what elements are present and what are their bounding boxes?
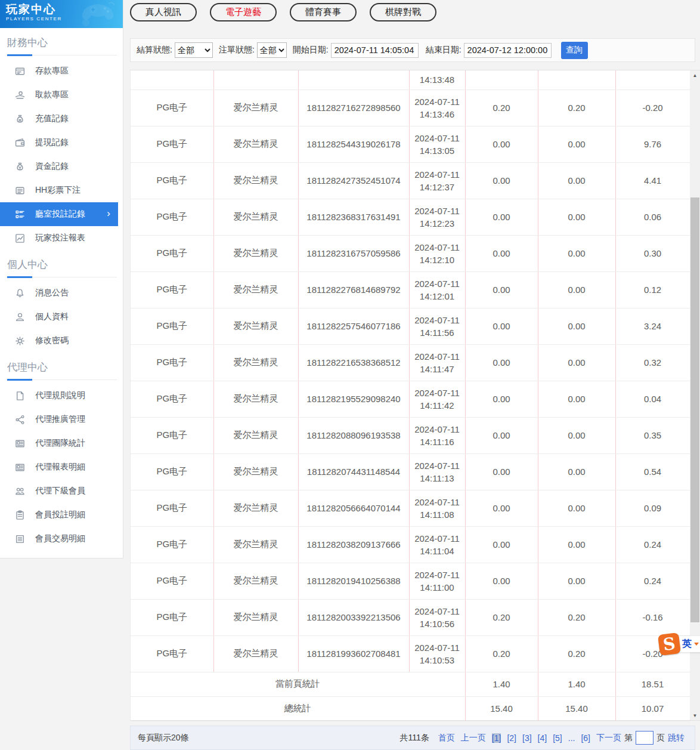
game-category-tabs: 真人視訊電子遊藝體育賽事棋牌對戰 xyxy=(130,3,450,21)
first-page-link[interactable]: 首页 xyxy=(438,733,455,743)
page-link-3[interactable]: [3] xyxy=(522,733,532,743)
current-page-stats-label: 當前頁統計 xyxy=(131,672,465,696)
query-button[interactable]: 查詢 xyxy=(561,42,588,59)
current-page-valid-total: 1.40 xyxy=(538,672,615,696)
tab-live[interactable]: 真人視訊 xyxy=(130,3,197,21)
cell-valid-amount: 0.00 xyxy=(538,126,615,162)
cell-bet-time: 2024-07-1114:11:08 xyxy=(409,490,465,526)
bet-records-table: 14:13:48PG电子爱尔兰精灵18112827162728985602024… xyxy=(130,70,700,721)
cell-valid-amount: 0.20 xyxy=(538,89,615,126)
cell-platform: PG电子 xyxy=(131,162,213,199)
table-row: PG电子爱尔兰精灵18112822768146897922024-07-1114… xyxy=(131,271,690,308)
sidebar-item-hh-lottery[interactable]: HH彩票下注 xyxy=(0,178,123,202)
page-link-2[interactable]: [2] xyxy=(507,733,516,743)
translate-language-label[interactable]: 英 xyxy=(678,636,700,652)
end-date-input[interactable] xyxy=(464,43,552,58)
members-icon xyxy=(15,486,25,496)
scroll-up-arrow-icon[interactable]: ▲ xyxy=(690,70,700,80)
sidebar-item-messages[interactable]: 消息公告 xyxy=(0,281,123,305)
cell-bet-amount: 0.00 xyxy=(465,563,538,599)
sidebar-section-title: 財務中心 xyxy=(6,28,117,55)
grand-total-label: 總統計 xyxy=(131,696,465,721)
cell-game: 爱尔兰精灵 xyxy=(213,417,298,453)
cell-profit: 0.32 xyxy=(615,344,690,381)
page-link-7[interactable]: [6] xyxy=(581,733,590,743)
sidebar-section-title: 個人中心 xyxy=(6,250,117,277)
cell-valid-amount: 0.00 xyxy=(538,235,615,271)
cell-valid-amount: 0.00 xyxy=(538,563,615,599)
sogou-translate-icon[interactable]: S xyxy=(658,632,681,656)
sidebar-item-password[interactable]: 修改密碼 xyxy=(0,329,123,353)
page-ellipsis[interactable]: ... xyxy=(568,733,575,743)
cell-game: 爱尔兰精灵 xyxy=(213,89,298,126)
page-number-links: [1][2][3][4][5]...[6] xyxy=(489,733,593,743)
cell-game: 爱尔兰精灵 xyxy=(213,526,298,563)
page-link-4[interactable]: [4] xyxy=(538,733,547,743)
sidebar-item-label: 存款專區 xyxy=(35,66,69,76)
cell-profit: 4.41 xyxy=(615,162,690,199)
cell-platform: PG电子 xyxy=(131,526,213,563)
cell-valid-amount: 0.00 xyxy=(538,381,615,417)
sidebar-item-cashout-record[interactable]: 提現記錄 xyxy=(0,131,123,155)
sidebar-item-label: 代理下級會員 xyxy=(35,486,85,496)
table-row: PG电子爱尔兰精灵18112820033922135062024-07-1114… xyxy=(131,599,690,635)
current-page-bet-total: 1.40 xyxy=(465,672,538,696)
page-size-text: 每頁顯示20條 xyxy=(138,733,189,743)
sidebar-item-agent-promo[interactable]: 代理推廣管理 xyxy=(0,408,123,431)
scrollbar-thumb[interactable] xyxy=(690,197,699,622)
page-link-1[interactable]: [1] xyxy=(492,733,501,743)
table-row: PG电子爱尔兰精灵18112820194102563882024-07-1114… xyxy=(131,563,690,599)
cell-bet-time: 2024-07-1114:12:37 xyxy=(409,162,465,199)
next-page-link[interactable]: 下一页 xyxy=(596,733,621,743)
settle-status-select[interactable]: 全部 xyxy=(175,42,213,58)
player-bet-report-icon xyxy=(15,233,25,243)
sidebar-item-agent-team-stats[interactable]: 代理團隊統計 xyxy=(0,431,123,455)
cell-bet-amount: 0.00 xyxy=(465,162,538,199)
sidebar-item-profile[interactable]: 個人資料 xyxy=(0,305,123,329)
cell-order-id: 1811282038209137666 xyxy=(298,526,409,563)
sidebar-item-agent-rules[interactable]: 代理規則說明 xyxy=(0,384,123,408)
cell-bet-amount: 0.00 xyxy=(465,308,538,344)
translate-widget[interactable]: S 英 xyxy=(659,634,700,655)
sidebar-item-agent-members[interactable]: 代理下級會員 xyxy=(0,479,123,503)
cell-order-id: 1811281993602708481 xyxy=(298,635,409,672)
cell-valid-amount: 0.00 xyxy=(538,417,615,453)
sidebar-item-member-trans-detail[interactable]: 會員交易明細 xyxy=(0,527,123,551)
sidebar-item-withdraw[interactable]: 取款專區 xyxy=(0,83,123,107)
cell-order-id: 1811282716272898560 xyxy=(298,89,409,126)
cell-order-id: 1811282003392213506 xyxy=(298,599,409,635)
sidebar-item-label: 會員交易明細 xyxy=(35,533,85,544)
sidebar-item-room-bet-record[interactable]: 廳室投註記錄 xyxy=(0,202,118,226)
tab-sports[interactable]: 體育賽事 xyxy=(290,3,357,21)
scroll-down-arrow-icon[interactable]: ▼ xyxy=(690,711,700,720)
cell-profit: 3.24 xyxy=(615,308,690,344)
lottery-bet-icon xyxy=(15,186,25,196)
sidebar-item-member-bet-detail[interactable]: 會員投註明細 xyxy=(0,503,123,527)
cell-platform: PG电子 xyxy=(131,126,213,162)
sidebar-item-player-bet-report[interactable]: 玩家投注報表 xyxy=(0,226,123,250)
cell-game: 爱尔兰精灵 xyxy=(213,162,298,199)
sidebar-item-funds-record[interactable]: 資金記錄 xyxy=(0,155,123,178)
tab-board[interactable]: 棋牌對戰 xyxy=(370,3,436,21)
sidebar-item-deposit[interactable]: 存款專區 xyxy=(0,59,123,83)
report-detail-icon xyxy=(15,462,25,473)
jump-button[interactable]: 跳转 xyxy=(668,733,684,743)
cell-bet-amount: 0.00 xyxy=(465,526,538,563)
cell-bet-amount: 0.00 xyxy=(465,381,538,417)
bet-status-select[interactable]: 全部 xyxy=(257,42,287,58)
table-row: PG电子爱尔兰精灵18112823167570595862024-07-1114… xyxy=(131,235,690,271)
jump-page-input[interactable] xyxy=(636,731,653,745)
sidebar-item-label: 玩家投注報表 xyxy=(35,233,85,243)
cell-bet-amount: 0.20 xyxy=(465,89,538,126)
tab-electronic[interactable]: 電子遊藝 xyxy=(210,3,277,21)
prev-page-link[interactable]: 上一页 xyxy=(461,733,486,743)
cell-order-id: 1811282427352451074 xyxy=(298,162,409,199)
sidebar-item-recharge-record[interactable]: 充值記錄 xyxy=(0,107,123,131)
page-link-5[interactable]: [5] xyxy=(553,733,562,743)
cell-game: 爱尔兰精灵 xyxy=(213,635,298,672)
table-row: PG电子爱尔兰精灵18112819936027084812024-07-1114… xyxy=(131,635,690,672)
sidebar-item-agent-report-detail[interactable]: 代理報表明細 xyxy=(0,455,123,479)
cell-valid-amount: 0.20 xyxy=(538,599,615,635)
table-scrollbar[interactable]: ▲ ▼ xyxy=(690,70,700,720)
start-date-input[interactable] xyxy=(331,43,419,58)
